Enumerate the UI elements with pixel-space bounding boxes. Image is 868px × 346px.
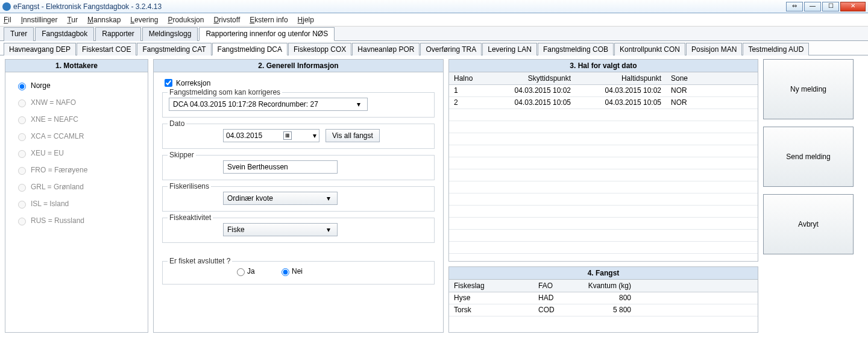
window-close-icon[interactable]: ✕ <box>840 2 866 11</box>
mottaker-label: XCA = CCAMLR <box>31 132 84 140</box>
tab-fangstdagbok[interactable]: Fangstdagbok <box>35 27 94 41</box>
table-row[interactable]: HyseHAD800 <box>449 292 758 304</box>
subtab-havneavgang-dep[interactable]: Havneavgang DEP <box>4 43 76 55</box>
fangst-table[interactable]: FiskeslagFAOKvantum (kg)HyseHAD800TorskC… <box>449 280 758 316</box>
subtab-fangstmelding-cob[interactable]: Fangstmelding COB <box>538 43 614 55</box>
menu-drivstoff[interactable]: Drivstoff <box>213 16 240 24</box>
subtab-fangstmelding-dca[interactable]: Fangstmelding DCA <box>212 43 288 55</box>
dato-input[interactable]: 04.03.2015 ▦ ▾ <box>223 129 319 142</box>
menu-fil[interactable]: Fil <box>4 16 11 24</box>
menu-mannskap[interactable]: Mannskap <box>87 16 121 24</box>
titlebar: eFangst - Elektronisk Fangstdagbok - 3.2… <box>0 0 868 13</box>
col-halno: Halno <box>449 72 485 84</box>
tab-meldingslogg[interactable]: Meldingslogg <box>142 27 198 41</box>
window-buttons: ⇔ — ☐ ✕ <box>786 2 866 11</box>
korrigeres-select[interactable]: DCA 04.03.2015 10:17:28 Recordnumber: 27… <box>169 98 368 111</box>
skipper-label: Skipper <box>168 151 196 159</box>
right-column: 3. Hal for valgt dato HalnoSkyttidspunkt… <box>448 59 758 333</box>
tab-rapporter[interactable]: Rapporter <box>95 27 140 41</box>
window-title: eFangst - Elektronisk Fangstdagbok - 3.2… <box>13 2 786 11</box>
chevron-down-icon: ▾ <box>354 100 363 109</box>
panel-hal: 3. Hal for valgt dato HalnoSkyttidspunkt… <box>448 59 758 262</box>
panel-hal-title: 3. Hal for valgt dato <box>449 60 758 72</box>
calendar-icon: ▦ <box>283 131 292 140</box>
mottaker-radio <box>18 150 26 158</box>
mottaker-isl: ISL = Island <box>15 199 138 209</box>
table-row-empty <box>449 157 758 169</box>
subtab-testmelding-aud[interactable]: Testmelding AUD <box>743 43 809 55</box>
group-avsluttet: Er fisket avsluttet ? Ja Nei <box>162 261 435 285</box>
mottaker-radio <box>18 99 26 107</box>
subtab-havneanløp-por[interactable]: Havneanløp POR <box>352 43 420 55</box>
avsluttet-nei-radio[interactable] <box>281 268 289 276</box>
menu-ekstern-info[interactable]: Ekstern info <box>250 16 288 24</box>
mottaker-fro: FRO = Færøyene <box>15 165 138 175</box>
fiskerilisens-select[interactable]: Ordinær kvote ▾ <box>223 192 338 205</box>
table-row-empty <box>449 133 758 145</box>
send-melding-button[interactable]: Send melding <box>763 127 854 187</box>
avsluttet-ja-radio[interactable] <box>237 268 245 276</box>
table-row-empty <box>449 121 758 133</box>
korrigeres-label: Fangstmelding som kan korrigeres <box>168 88 282 96</box>
main-tabstrip: TurerFangstdagbokRapporterMeldingsloggRa… <box>0 27 868 41</box>
mottaker-norge[interactable]: Norge <box>15 81 138 90</box>
group-fiskerilisens: Fiskerilisens Ordinær kvote ▾ <box>162 186 435 212</box>
col-hal: Haltidspunkt <box>576 72 666 84</box>
subtab-overføring-tra[interactable]: Overføring TRA <box>420 43 482 55</box>
window-expand-icon[interactable]: ⇔ <box>786 2 803 11</box>
table-row-empty <box>449 241 758 253</box>
menu-hjelp[interactable]: Hjelp <box>298 16 314 24</box>
mottaker-radio <box>18 184 26 192</box>
fiskeaktivitet-select[interactable]: Fiske ▾ <box>223 223 338 236</box>
mottaker-radio <box>18 201 26 209</box>
avbryt-button[interactable]: Avbryt <box>763 194 854 254</box>
mottaker-label: XNW = NAFO <box>31 98 76 107</box>
tab-turer[interactable]: Turer <box>4 27 34 41</box>
group-korrigeres: Fangstmelding som kan korrigeres DCA 04.… <box>162 92 435 118</box>
col-sone: Sone <box>666 72 733 84</box>
workspace: 1. Mottakere NorgeXNW = NAFOXNE = NEAFCX… <box>0 55 868 336</box>
table-row-empty <box>449 169 758 181</box>
col-blank <box>636 280 758 292</box>
korreksjon-label: Korreksjon <box>176 79 210 87</box>
mottaker-label: RUS = Russland <box>31 216 84 225</box>
menu-produksjon[interactable]: Produksjon <box>168 16 204 24</box>
table-row-empty <box>449 229 758 241</box>
window-maximize-icon[interactable]: ☐ <box>822 2 839 11</box>
mottaker-radio[interactable] <box>18 83 26 90</box>
window-minimize-icon[interactable]: — <box>804 2 821 11</box>
mottaker-radio <box>18 218 26 225</box>
subtab-fangstmelding-cat[interactable]: Fangstmelding CAT <box>137 43 211 55</box>
menu-levering[interactable]: Levering <box>130 16 158 24</box>
avsluttet-nei-row: Nei <box>278 266 303 276</box>
hal-table[interactable]: HalnoSkyttidspunktHaltidspunktSone104.03… <box>449 72 758 254</box>
table-row[interactable]: 104.03.2015 10:0204.03.2015 10:02NOR <box>449 84 758 96</box>
menu-tur[interactable]: Tur <box>67 16 78 24</box>
ny-melding-button[interactable]: Ny melding <box>763 59 854 119</box>
mottaker-rus: RUS = Russland <box>15 216 138 225</box>
subtab-levering-lan[interactable]: Levering LAN <box>482 43 537 55</box>
table-row[interactable]: TorskCOD5 800 <box>449 304 758 316</box>
mottaker-xnw: XNW = NAFO <box>15 98 138 107</box>
menu-innstillinger[interactable]: Innstillinger <box>21 16 58 24</box>
panel-fangst-title: 4. Fangst <box>449 267 758 280</box>
col-fiskeslag: Fiskeslag <box>449 280 533 292</box>
korreksjon-checkbox[interactable] <box>165 79 172 87</box>
table-row-empty <box>449 205 758 217</box>
col-fao: FAO <box>533 280 576 292</box>
table-row[interactable]: 204.03.2015 10:0504.03.2015 10:05NOR <box>449 96 758 109</box>
tab-rapportering-innenfor-og-utenfor-nøs[interactable]: Rapportering innenfor og utenfor NØS <box>199 27 335 41</box>
subtab-fiskestopp-cox[interactable]: Fiskestopp COX <box>288 43 351 55</box>
mottaker-grl: GRL = Grønland <box>15 182 138 192</box>
subtab-posisjon-man[interactable]: Posisjon MAN <box>686 43 742 55</box>
app-icon <box>2 2 11 11</box>
col-skytt: Skyttidspunkt <box>485 72 576 84</box>
fiskerilisens-value: Ordinær kvote <box>227 194 273 203</box>
mottaker-radio <box>18 133 26 141</box>
mottaker-label: XEU = EU <box>31 149 64 157</box>
subtab-fiskestart-coe[interactable]: Fiskestart COE <box>77 43 136 55</box>
skipper-input[interactable]: Svein Bertheussen <box>223 160 338 174</box>
chevron-down-icon: ▾ <box>313 131 316 140</box>
vis-all-fangst-button[interactable]: Vis all fangst <box>326 129 380 142</box>
subtab-kontrollpunkt-con[interactable]: Kontrollpunkt CON <box>614 43 685 55</box>
